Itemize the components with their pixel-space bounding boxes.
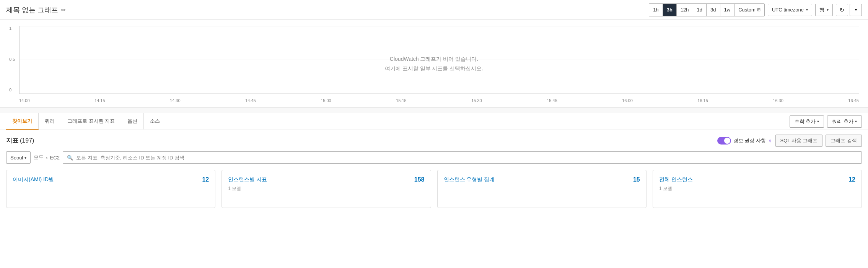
x-label-2: 14:30: [170, 98, 181, 103]
tabs-right: 수학 추가 ▾ 쿼리 추가 ▾: [790, 115, 862, 128]
metric-card-1[interactable]: 인스턴스별 지표 158 1 모델: [221, 170, 431, 208]
x-label-1: 14:15: [94, 98, 105, 103]
search-input[interactable]: [76, 155, 858, 161]
card-count-3: 12: [848, 176, 855, 183]
toggle-knob: [724, 138, 730, 144]
metrics-count: (197): [20, 137, 34, 144]
tab-graphed-metrics[interactable]: 그래프로 표시된 지표: [61, 113, 121, 130]
title-area: 제목 없는 그래프 ✏: [6, 5, 66, 15]
breadcrumb-arrow: ›: [46, 155, 47, 161]
row-select[interactable]: 행 ▾: [815, 4, 833, 16]
tabs-bar: 찾아보기 쿼리 그래프로 표시된 지표 옵션 소스 수학 추가 ▾ 쿼리 추가 …: [0, 113, 868, 130]
region-select[interactable]: Seoul ▾: [6, 151, 31, 164]
x-label-8: 16:00: [622, 98, 633, 103]
card-title-2[interactable]: 인스턴스 유형별 집계: [444, 176, 495, 183]
edit-icon[interactable]: ✏: [61, 7, 66, 13]
chart-area: 1 0.5 0 CloudWatch 그래프가 비어 있습니다. 여기에 표시할…: [0, 20, 868, 108]
x-label-5: 15:15: [396, 98, 407, 103]
toggle-label: 경보 권장 사항: [733, 137, 766, 144]
metrics-title-area: 지표 (197): [6, 137, 34, 145]
x-axis: 14:00 14:15 14:30 14:45 15:00 15:15 15:3…: [19, 98, 859, 103]
tab-query[interactable]: 쿼리: [39, 113, 61, 130]
tab-browse[interactable]: 찾아보기: [6, 113, 39, 130]
card-title-0[interactable]: 이미지(AMI) ID별: [13, 176, 54, 183]
main-container: 제목 없는 그래프 ✏ 1h 3h 12h 1d 3d 1w Custom ⊞ …: [0, 0, 868, 268]
calendar-icon: ⊞: [757, 7, 761, 12]
card-header-0: 이미지(AMI) ID별 12: [13, 176, 209, 183]
tab-options[interactable]: 옵션: [121, 113, 144, 130]
add-math-dropdown-arrow: ▾: [817, 119, 819, 123]
x-label-11: 16:45: [848, 98, 859, 103]
card-sub-3: 1 모델: [659, 185, 855, 192]
time-btn-custom[interactable]: Custom ⊞: [734, 4, 764, 16]
card-count-1: 158: [414, 176, 425, 183]
time-btn-1h[interactable]: 1h: [649, 4, 663, 16]
metrics-header: 지표 (197) 경보 권장 사항 ♀ SQL 사용 그래프 그래프 검색: [6, 135, 862, 147]
x-label-9: 16:15: [697, 98, 708, 103]
add-query-button[interactable]: 쿼리 추가 ▾: [827, 115, 862, 128]
cards-grid: 이미지(AMI) ID별 12 인스턴스별 지표 158 1 모델 인스턴스 유…: [6, 170, 862, 208]
metric-card-2[interactable]: 인스턴스 유형별 집계 15: [437, 170, 647, 208]
tabs-left: 찾아보기 쿼리 그래프로 표시된 지표 옵션 소스: [6, 113, 166, 130]
alert-toggle[interactable]: [717, 137, 731, 145]
grid-line-bottom: [20, 93, 859, 94]
breadcrumb-all[interactable]: 모두: [34, 154, 44, 161]
time-btn-3d[interactable]: 3d: [707, 4, 720, 16]
time-btn-12h[interactable]: 12h: [677, 4, 693, 16]
x-label-7: 15:45: [547, 98, 557, 103]
metrics-section: 지표 (197) 경보 권장 사항 ♀ SQL 사용 그래프 그래프 검색 Se…: [0, 130, 868, 213]
tab-source[interactable]: 소스: [144, 113, 166, 130]
x-label-10: 16:30: [773, 98, 783, 103]
region-dropdown-arrow: ▾: [24, 156, 26, 160]
metrics-header-right: 경보 권장 사항 ♀ SQL 사용 그래프 그래프 검색: [717, 135, 862, 147]
metrics-title: 지표: [6, 137, 18, 145]
card-count-0: 12: [202, 176, 209, 183]
breadcrumb-service: EC2: [50, 155, 60, 161]
time-button-group: 1h 3h 12h 1d 3d 1w Custom ⊞: [649, 3, 765, 16]
time-btn-1d[interactable]: 1d: [693, 4, 707, 16]
breadcrumb-area: 모두 › EC2: [34, 154, 60, 161]
x-label-6: 15:30: [471, 98, 482, 103]
card-count-2: 15: [633, 176, 640, 183]
metric-card-0[interactable]: 이미지(AMI) ID별 12: [6, 170, 215, 208]
grid-line-top: [20, 26, 859, 26]
metric-card-3[interactable]: 전체 인스턴스 12 1 모델: [653, 170, 862, 208]
warning-icon: ♀: [768, 138, 772, 144]
expand-button[interactable]: ▾: [850, 4, 862, 16]
card-title-3[interactable]: 전체 인스턴스: [659, 176, 693, 183]
y-label-0: 0: [9, 88, 15, 92]
page-title: 제목 없는 그래프: [6, 5, 58, 15]
add-query-dropdown-arrow: ▾: [855, 119, 857, 123]
header-controls: 1h 3h 12h 1d 3d 1w Custom ⊞ UTC timezone…: [649, 3, 862, 16]
x-label-4: 15:00: [321, 98, 331, 103]
x-label-3: 14:45: [245, 98, 256, 103]
card-header-1: 인스턴스별 지표 158: [228, 176, 424, 183]
search-icon: 🔍: [67, 155, 73, 161]
search-box: 🔍: [63, 151, 862, 164]
card-header-3: 전체 인스턴스 12: [659, 176, 855, 183]
y-label-05: 0.5: [9, 57, 15, 62]
sql-graph-button[interactable]: SQL 사용 그래프: [775, 135, 823, 147]
refresh-button[interactable]: ↻: [836, 4, 848, 16]
header-bar: 제목 없는 그래프 ✏ 1h 3h 12h 1d 3d 1w Custom ⊞ …: [0, 0, 868, 20]
y-label-1: 1: [9, 26, 15, 31]
timezone-select[interactable]: UTC timezone ▾: [768, 4, 812, 16]
y-axis: 1 0.5 0: [9, 26, 15, 92]
graph-search-button[interactable]: 그래프 검색: [826, 135, 862, 147]
card-sub-1: 1 모델: [228, 185, 424, 192]
timezone-dropdown-arrow: ▾: [806, 8, 808, 12]
toggle-container: 경보 권장 사항 ♀: [717, 137, 772, 145]
time-btn-3h[interactable]: 3h: [663, 4, 677, 16]
row-dropdown-arrow: ▾: [827, 8, 829, 12]
x-label-0: 14:00: [19, 98, 30, 103]
time-btn-1w[interactable]: 1w: [720, 4, 735, 16]
card-title-1[interactable]: 인스턴스별 지표: [228, 176, 267, 183]
chart-empty-message: CloudWatch 그래프가 비어 있습니다. 여기에 표시할 일부 지표를 …: [385, 54, 483, 73]
resize-handle[interactable]: =: [0, 108, 868, 113]
card-header-2: 인스턴스 유형별 집계 15: [444, 176, 640, 183]
filter-bar: Seoul ▾ 모두 › EC2 🔍: [6, 151, 862, 164]
add-math-button[interactable]: 수학 추가 ▾: [790, 115, 824, 128]
